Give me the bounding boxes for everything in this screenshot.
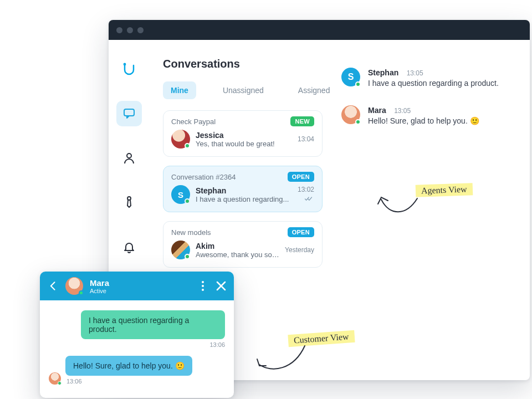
annotation-customer-view: Customer View: [288, 332, 355, 345]
traffic-light-close[interactable]: [116, 27, 122, 33]
presence-dot: [58, 381, 62, 385]
avatar-initial: S: [348, 72, 354, 82]
svg-point-5: [202, 285, 204, 287]
traffic-light-min[interactable]: [127, 27, 133, 33]
annotation-agents-view: Agents View: [416, 184, 473, 196]
tab-mine[interactable]: Mine: [163, 81, 196, 99]
sender-name: Stephan: [368, 68, 398, 77]
tab-unassigned[interactable]: Unassigned: [215, 81, 272, 99]
tie-icon: [122, 196, 136, 209]
read-receipt-icon: [298, 196, 314, 203]
svg-point-6: [202, 289, 204, 291]
avatar: [171, 241, 190, 259]
bell-icon: [122, 240, 136, 253]
timestamp: 13:06: [209, 341, 225, 348]
message-preview: Yes, that would be great!: [196, 140, 292, 148]
avatar: [49, 372, 61, 385]
status-badge: OPEN: [288, 227, 314, 237]
status-badge: NEW: [290, 116, 314, 126]
nav-contacts[interactable]: [116, 145, 142, 171]
chat-icon: [122, 107, 136, 120]
avatar: [171, 130, 190, 149]
arrow-icon: [255, 342, 310, 381]
timestamp: Yesterday: [285, 246, 314, 254]
message-bubble: I have a question regarding a product.: [81, 310, 225, 339]
svg-point-0: [124, 63, 126, 66]
status-badge: OPEN: [288, 172, 314, 182]
conversation-card[interactable]: Check Paypal NEW Jessica Yes, that would…: [163, 110, 323, 157]
person-icon: [122, 151, 136, 165]
close-button[interactable]: [216, 281, 226, 291]
chat-message: Mara 13:05 Hello! Sure, glad to help you…: [341, 105, 513, 125]
avatar-initial: S: [178, 190, 183, 200]
message-text: Hello! Sure, glad to help you. 🙂: [368, 116, 479, 125]
timestamp: 13:06: [66, 378, 192, 385]
avatar: [65, 277, 83, 295]
message-header: Mara 13:05: [368, 105, 479, 115]
message-header: Stephan 13:05: [368, 68, 499, 78]
window-titlebar: [109, 20, 530, 40]
conversation-card[interactable]: Conversation #2364 OPEN S Stephan I have…: [163, 166, 323, 212]
message-preview: I have a question regarding...: [196, 195, 292, 203]
chat-message-incoming: Hello! Sure, glad to help you. 🙂 13:06: [49, 356, 225, 385]
nav-notifications[interactable]: [116, 234, 142, 259]
svg-point-2: [127, 154, 131, 158]
presence-dot: [185, 198, 190, 204]
presence-dot: [355, 81, 361, 87]
agent-chat-panel: S Stephan 13:05 I have a question regard…: [330, 40, 530, 380]
nav-agents[interactable]: [116, 190, 142, 215]
widget-title: Mara Active: [90, 278, 109, 294]
nav-conversations[interactable]: [116, 101, 142, 126]
svg-point-4: [202, 281, 204, 283]
presence-dot: [355, 119, 361, 125]
message-preview: Awesome, thank you so much.: [196, 250, 279, 259]
conversation-title: Conversation #2364: [171, 173, 236, 181]
page-title: Conversations: [163, 58, 323, 70]
presence-dot: [185, 143, 190, 149]
timestamp: 13:02: [298, 186, 314, 193]
logo: [116, 57, 142, 82]
timestamp: 13:05: [394, 107, 411, 115]
widget-header: Mara Active: [40, 272, 234, 300]
agent-status: Active: [90, 288, 109, 294]
conversation-title: Check Paypal: [171, 117, 216, 126]
timestamp: 13:05: [407, 69, 423, 77]
avatar: [341, 105, 360, 124]
message-bubble: Hello! Sure, glad to help you. 🙂: [65, 356, 192, 376]
chat-message-outgoing: I have a question regarding a product. 1…: [49, 310, 225, 348]
sender-name: Mara: [368, 106, 386, 115]
logo-icon: [122, 63, 136, 76]
conversation-title: New models: [171, 228, 211, 237]
presence-dot: [185, 254, 190, 259]
timestamp: 13:04: [298, 135, 314, 143]
arrow-icon: [376, 188, 426, 222]
presence-dot: [79, 290, 84, 295]
svg-rect-1: [124, 109, 134, 116]
contact-name: Stephan: [196, 186, 292, 195]
contact-name: Akim: [196, 242, 279, 250]
chat-message: S Stephan 13:05 I have a question regard…: [341, 68, 513, 88]
widget-body: I have a question regarding a product. 1…: [40, 300, 234, 398]
message-text: I have a question regarding a product.: [368, 79, 499, 88]
contact-name: Jessica: [196, 131, 292, 140]
more-menu-button[interactable]: [198, 280, 207, 291]
conversation-tabs: Mine Unassigned Assigned: [163, 81, 323, 99]
avatar: S: [171, 185, 190, 204]
customer-chat-widget: Mara Active I have a question regarding …: [40, 272, 234, 398]
traffic-light-max[interactable]: [137, 27, 144, 33]
conversation-card[interactable]: New models OPEN Akim Awesome, thank you …: [163, 221, 323, 268]
avatar: S: [341, 68, 360, 86]
agent-name: Mara: [90, 278, 109, 288]
back-button[interactable]: [48, 280, 59, 291]
